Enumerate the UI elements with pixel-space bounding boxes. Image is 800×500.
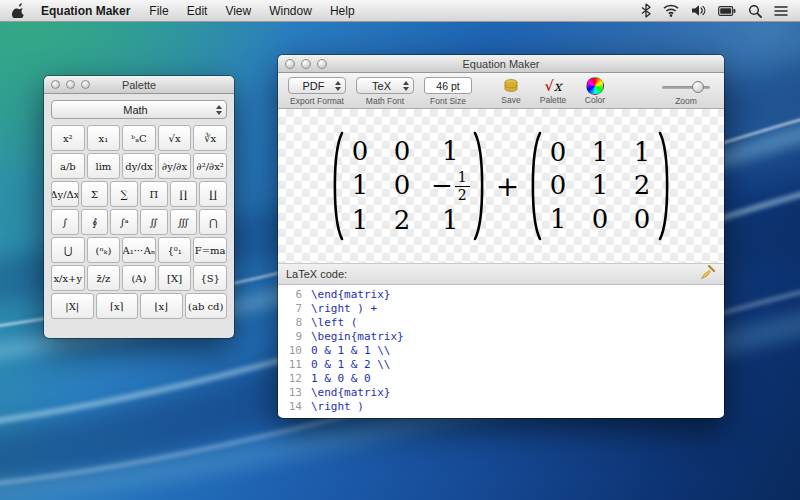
- latex-code-editor[interactable]: 6\end{matrix} 7\right ) + 8\left ( 9\beg…: [278, 285, 724, 416]
- bluetooth-icon[interactable]: [641, 3, 651, 18]
- line-number: 11: [280, 358, 302, 372]
- palette-symbol-button[interactable]: ∂²/∂x²: [193, 153, 227, 179]
- palette-symbol-button[interactable]: √x: [158, 125, 192, 151]
- matrix-cell: 0: [394, 136, 411, 167]
- palette-row: |X| ⌈x⌉ ⌊x⌋ (ab cd): [51, 293, 227, 319]
- menu-file[interactable]: File: [140, 4, 177, 18]
- palette-symbol-button[interactable]: (ⁿₖ): [87, 237, 121, 263]
- close-button[interactable]: [51, 80, 60, 89]
- code-text: \right ) +: [311, 302, 377, 315]
- apple-menu-icon[interactable]: [12, 3, 25, 18]
- palette-symbol-button[interactable]: {⁰₁: [158, 237, 192, 263]
- palette-category-select[interactable]: Math: [51, 100, 227, 119]
- export-format-select[interactable]: PDF: [288, 77, 346, 94]
- palette-symbol-button[interactable]: ᵇₐC: [122, 125, 156, 151]
- menu-help[interactable]: Help: [321, 4, 364, 18]
- menu-bar: Equation Maker File Edit View Window Hel…: [0, 0, 800, 22]
- math-font-select[interactable]: TeX: [356, 77, 414, 94]
- volume-icon[interactable]: [691, 4, 706, 17]
- menu-view[interactable]: View: [216, 4, 260, 18]
- cleanup-brush-icon[interactable]: [700, 265, 716, 284]
- palette-symbol-button[interactable]: ∮: [81, 209, 109, 235]
- palette-symbol-button[interactable]: z̄/z: [87, 265, 121, 291]
- color-wheel-icon: [586, 77, 604, 94]
- close-button[interactable]: [285, 59, 295, 69]
- palette-symbol-button[interactable]: ∫: [51, 209, 79, 235]
- line-number: 14: [280, 400, 302, 414]
- palette-symbol-button[interactable]: ∂y/∂x: [158, 153, 192, 179]
- palette-symbol-button[interactable]: a/b: [51, 153, 85, 179]
- wifi-icon[interactable]: [663, 4, 679, 17]
- main-titlebar[interactable]: Equation Maker: [278, 55, 724, 73]
- palette-symbol-button[interactable]: dy/dx: [122, 153, 156, 179]
- palette-symbol-button[interactable]: ∑: [110, 181, 138, 207]
- palette-row: x² x₁ ᵇₐC √x ∛x: [51, 125, 227, 151]
- palette-window-controls: [51, 80, 90, 89]
- spotlight-icon[interactable]: [748, 4, 762, 18]
- palette-symbol-button[interactable]: [X]: [158, 265, 192, 291]
- palette-symbol-button[interactable]: A₁⋯Aₙ: [122, 237, 156, 263]
- matrix-cell: 0: [592, 204, 609, 235]
- math-font-group: TeX Math Font: [356, 77, 414, 106]
- minimize-button[interactable]: [66, 80, 75, 89]
- math-font-value: TeX: [364, 80, 399, 92]
- palette-symbol-button[interactable]: ⌈x⌉: [96, 293, 139, 319]
- matrix-cell: 2: [634, 170, 651, 201]
- font-size-field[interactable]: 46 pt: [424, 77, 472, 94]
- palette-symbol-button[interactable]: ∐: [199, 181, 227, 207]
- palette-symbol-button[interactable]: x²: [51, 125, 85, 151]
- zoom-button[interactable]: [81, 80, 90, 89]
- palette-symbol-button[interactable]: x/x+y: [51, 265, 85, 291]
- left-paren-icon: [329, 130, 345, 242]
- left-paren-icon: [527, 130, 543, 242]
- palette-symbol-button[interactable]: |X|: [51, 293, 94, 319]
- font-size-group: 46 pt Font Size: [424, 77, 472, 106]
- matrix-cell: 1: [352, 170, 369, 201]
- latex-code-label: LaTeX code:: [286, 268, 347, 280]
- menu-window[interactable]: Window: [260, 4, 321, 18]
- palette-symbol-button[interactable]: (A): [122, 265, 156, 291]
- notification-center-icon[interactable]: [774, 5, 788, 17]
- palette-symbol-button[interactable]: ∬: [140, 209, 168, 235]
- battery-icon[interactable]: [718, 6, 736, 16]
- color-button[interactable]: Color: [580, 77, 610, 105]
- palette-symbol-button[interactable]: ∫ᵃ: [110, 209, 138, 235]
- equation-preview-area[interactable]: 0 0 1 1 0 − 1 2 1 2 1: [278, 109, 724, 264]
- line-number: 9: [280, 330, 302, 344]
- zoom-slider-knob[interactable]: [692, 81, 704, 93]
- palette-symbol-button[interactable]: ∛x: [193, 125, 227, 151]
- zoom-slider[interactable]: [662, 81, 710, 93]
- save-button[interactable]: Save: [496, 77, 526, 105]
- palette-symbol-button[interactable]: (ab cd): [185, 293, 228, 319]
- matrix-b: 0 1 1 0 1 2 1 0 0: [545, 137, 655, 235]
- palette-button[interactable]: √x Palette: [538, 77, 568, 105]
- palette-symbol-button[interactable]: x₁: [87, 125, 121, 151]
- stepper-arrows-icon: [335, 81, 341, 91]
- menu-edit[interactable]: Edit: [178, 4, 217, 18]
- save-label: Save: [501, 95, 520, 105]
- palette-symbol-button[interactable]: lim: [87, 153, 121, 179]
- export-format-group: PDF Export Format: [288, 77, 346, 106]
- fraction-numerator: 1: [455, 169, 470, 186]
- palette-symbol-button[interactable]: ⋃: [51, 237, 85, 263]
- palette-symbol-button[interactable]: Π: [140, 181, 168, 207]
- zoom-button[interactable]: [317, 59, 327, 69]
- palette-symbol-button[interactable]: ⋂: [199, 209, 227, 235]
- right-paren-icon: [472, 130, 488, 242]
- palette-symbol-button[interactable]: Σ: [81, 181, 109, 207]
- palette-symbol-button[interactable]: ⌊x⌋: [140, 293, 183, 319]
- palette-symbol-button[interactable]: F=ma: [193, 237, 227, 263]
- menu-app-name[interactable]: Equation Maker: [35, 4, 136, 18]
- palette-titlebar[interactable]: Palette: [44, 76, 234, 94]
- matrix-cell: 1: [592, 170, 609, 201]
- code-text: 1 & 0 & 0: [311, 372, 371, 385]
- palette-symbol-button[interactable]: Δy/Δx: [51, 181, 79, 207]
- palette-symbol-button[interactable]: ∏: [170, 181, 198, 207]
- palette-symbol-button[interactable]: {S}: [193, 265, 227, 291]
- minimize-button[interactable]: [301, 59, 311, 69]
- code-text: \begin{matrix}: [311, 330, 404, 343]
- code-text: 0 & 1 & 1 \\: [311, 344, 390, 357]
- palette-label: Palette: [540, 95, 566, 105]
- line-number: 12: [280, 372, 302, 386]
- palette-symbol-button[interactable]: ∭: [170, 209, 198, 235]
